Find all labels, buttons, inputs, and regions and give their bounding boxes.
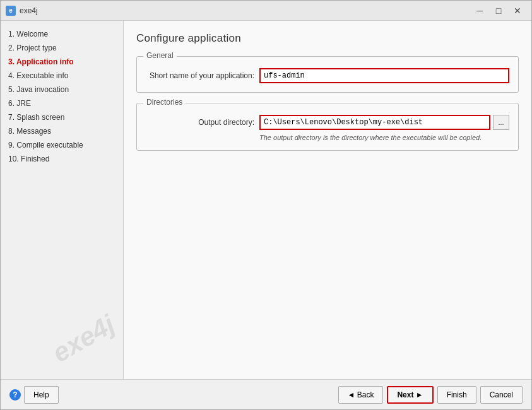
general-legend: General	[143, 51, 177, 60]
help-icon: ?	[9, 389, 21, 401]
sidebar: 1. Welcome2. Project type3. Application …	[1, 21, 124, 379]
window-body: 1. Welcome2. Project type3. Application …	[1, 21, 531, 379]
output-dir-row: Output directory: ...	[146, 115, 509, 130]
sidebar-item-finished[interactable]: 10. Finished	[1, 152, 123, 166]
sidebar-item-jre[interactable]: 6. JRE	[1, 97, 123, 110]
help-button[interactable]: Help	[24, 386, 59, 404]
output-dir-label: Output directory:	[146, 118, 259, 127]
maximize-button[interactable]: □	[490, 4, 507, 18]
title-bar: e exe4j ─ □ ✕	[1, 1, 531, 21]
general-section: General Short name of your application:	[136, 56, 519, 93]
sidebar-item-application-info[interactable]: 3. Application info	[1, 55, 123, 69]
minimize-button[interactable]: ─	[471, 4, 488, 18]
short-name-input[interactable]	[259, 68, 509, 83]
window-controls: ─ □ ✕	[471, 4, 526, 18]
sidebar-item-java-invocation[interactable]: 5. Java invocation	[1, 83, 123, 97]
sidebar-item-splash-screen[interactable]: 7. Splash screen	[1, 110, 123, 124]
sidebar-item-welcome[interactable]: 1. Welcome	[1, 27, 123, 41]
browse-button[interactable]: ...	[493, 115, 509, 130]
back-button[interactable]: ◄ Back	[338, 386, 384, 404]
footer: ? Help ◄ Back Next ► Finish Cancel	[1, 379, 531, 409]
sidebar-watermark: exe4j	[47, 309, 120, 368]
main-window: e exe4j ─ □ ✕ 1. Welcome2. Project type3…	[0, 0, 532, 410]
finish-button[interactable]: Finish	[437, 386, 476, 404]
app-icon: e	[6, 6, 16, 16]
directories-section: Directories Output directory: ... The ou…	[136, 103, 519, 151]
sidebar-item-compile-executable[interactable]: 9. Compile executable	[1, 138, 123, 152]
short-name-row: Short name of your application:	[146, 68, 509, 83]
sidebar-item-project-type[interactable]: 2. Project type	[1, 41, 123, 55]
next-button[interactable]: Next ►	[387, 386, 433, 404]
close-button[interactable]: ✕	[509, 4, 526, 18]
sidebar-item-executable-info[interactable]: 4. Executable info	[1, 69, 123, 83]
dir-input-group: ...	[259, 115, 509, 130]
short-name-label: Short name of your application:	[146, 71, 259, 80]
window-title: exe4j	[20, 6, 471, 15]
help-group: ? Help	[9, 386, 59, 404]
cancel-button[interactable]: Cancel	[480, 386, 523, 404]
output-dir-input[interactable]	[259, 115, 490, 130]
output-dir-hint: The output directory is the directory wh…	[259, 134, 509, 141]
directories-legend: Directories	[143, 98, 186, 107]
main-content: Configure application General Short name…	[124, 21, 531, 379]
sidebar-item-messages[interactable]: 8. Messages	[1, 124, 123, 138]
page-title: Configure application	[136, 32, 519, 45]
